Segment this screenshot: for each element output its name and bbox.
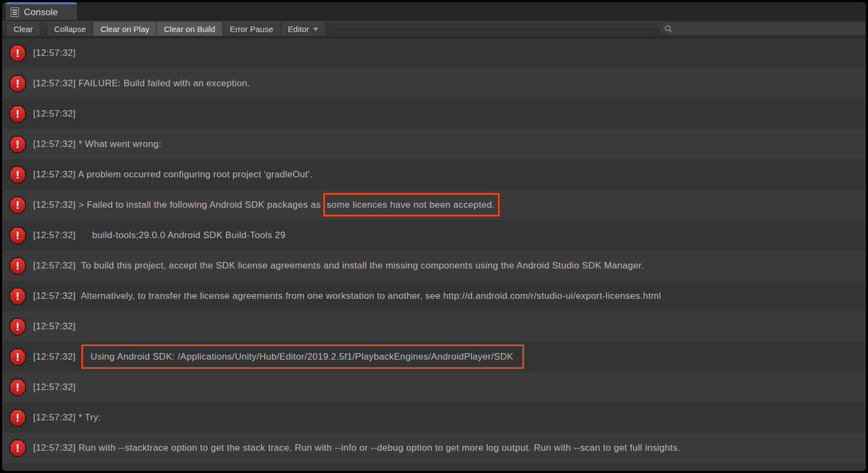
log-row[interactable]: ![12:57:32] * What went wrong: [2,129,866,159]
error-exclamation-glyph: ! [10,440,25,456]
log-message: [12:57:32] Alternatively, to transfer th… [33,291,661,302]
log-message: [12:57:32] [33,48,76,59]
error-icon: ! [9,318,26,336]
search-box[interactable] [659,22,866,36]
error-icon: ! [9,439,26,457]
log-row[interactable]: ![12:57:32] > Failed to install the foll… [2,190,866,220]
toolbar-button-editor[interactable]: Editor [281,22,326,36]
toolbar-button-clear-on-build[interactable]: Clear on Build [157,22,222,36]
error-icon: ! [9,136,26,154]
error-exclamation-glyph: ! [10,167,25,183]
error-exclamation-glyph: ! [10,380,25,395]
log-message: [12:57:32] [33,382,76,393]
search-icon [665,25,673,33]
log-list: ![12:57:32]![12:57:32] FAILURE: Build fa… [2,38,866,471]
log-row[interactable]: ![12:57:32] [2,372,866,402]
log-message: [12:57:32] [33,321,76,332]
log-row[interactable]: ![12:57:32] FAILURE: Build failed with a… [2,68,866,99]
log-message: [12:57:32] * Try: [33,412,101,423]
tab-label: Console [24,7,58,18]
toolbar-buttons: ClearCollapseClear on PlayClear on Build… [2,22,326,36]
error-exclamation-glyph: ! [10,319,25,335]
log-message: [12:57:32] A problem occurred configurin… [33,169,312,180]
error-icon: ! [9,196,26,214]
log-row[interactable]: ![12:57:32] [2,311,866,342]
log-message: [12:57:32] build-tools;29.0.0 Android SD… [33,230,285,241]
annotation-highlight-box: some licences have not been accepted. [323,193,500,216]
console-panel: Console ClearCollapseClear on PlayClear … [2,2,866,471]
error-exclamation-glyph: ! [10,46,25,61]
error-icon: ! [9,348,26,366]
log-message: [12:57:32] > Failed to install the follo… [33,200,500,210]
log-row[interactable]: ![12:57:32] [2,99,866,129]
log-message: [12:57:32] Using Android SDK: /Applicati… [33,351,524,362]
log-row[interactable]: ![12:57:32] build-tools;29.0.0 Android S… [2,220,866,251]
toolbar-button-label: Collapse [54,24,86,34]
log-row[interactable]: ![12:57:32] Alternatively, to transfer t… [2,281,866,311]
toolbar: ClearCollapseClear on PlayClear on Build… [2,21,866,38]
log-message: [12:57:32] * What went wrong: [33,139,161,150]
error-icon: ! [9,379,26,397]
log-row-partial [2,463,866,471]
log-row[interactable]: ![12:57:32] Using Android SDK: /Applicat… [2,342,866,372]
error-icon: ! [9,75,26,93]
toolbar-button-label: Clear on Play [100,24,149,34]
error-icon: ! [9,105,26,123]
error-icon: ! [9,166,26,184]
error-exclamation-glyph: ! [10,137,25,152]
log-message: [12:57:32] FAILURE: Build failed with an… [33,78,250,89]
toolbar-button-label: Error Pause [230,24,273,34]
error-icon: ! [9,257,26,275]
toolbar-button-label: Clear on Build [164,24,215,34]
log-message: [12:57:32] Run with --stacktrace option … [33,443,680,453]
error-exclamation-glyph: ! [10,76,25,92]
annotation-highlight-box: Using Android SDK: /Applications/Unity/H… [81,344,524,369]
error-icon: ! [9,409,26,427]
error-icon: ! [9,287,26,305]
error-icon: ! [9,227,26,245]
error-exclamation-glyph: ! [10,197,25,213]
toolbar-button-collapse[interactable]: Collapse [47,22,93,36]
log-message: [12:57:32] To build this project, accept… [33,260,644,271]
error-exclamation-glyph: ! [10,258,25,274]
log-message: [12:57:32] [33,108,76,119]
log-row[interactable]: ![12:57:32] To build this project, accep… [2,251,866,281]
toolbar-button-clear[interactable]: Clear [6,22,41,36]
toolbar-button-label: Editor [288,24,309,34]
toolbar-button-error-pause[interactable]: Error Pause [223,22,281,36]
error-icon: ! [9,44,26,62]
toolbar-button-clear-on-play[interactable]: Clear on Play [93,22,157,36]
error-exclamation-glyph: ! [10,289,25,304]
error-exclamation-glyph: ! [10,349,25,365]
error-exclamation-glyph: ! [10,410,25,426]
log-row[interactable]: ![12:57:32] Run with --stacktrace option… [2,433,866,463]
log-row[interactable]: ![12:57:32] * Try: [2,402,866,433]
console-window: Console ClearCollapseClear on PlayClear … [0,0,868,473]
error-exclamation-glyph: ! [10,106,25,122]
console-list-icon [11,8,19,17]
tab-console[interactable]: Console [5,2,77,20]
error-exclamation-glyph: ! [10,228,25,244]
toolbar-button-label: Clear [14,24,33,34]
search-input[interactable] [676,24,865,33]
log-row[interactable]: ![12:57:32] [2,38,866,68]
log-row[interactable]: ![12:57:32] A problem occurred configuri… [2,159,866,190]
tab-bar: Console [2,2,866,21]
chevron-down-icon [313,28,318,31]
